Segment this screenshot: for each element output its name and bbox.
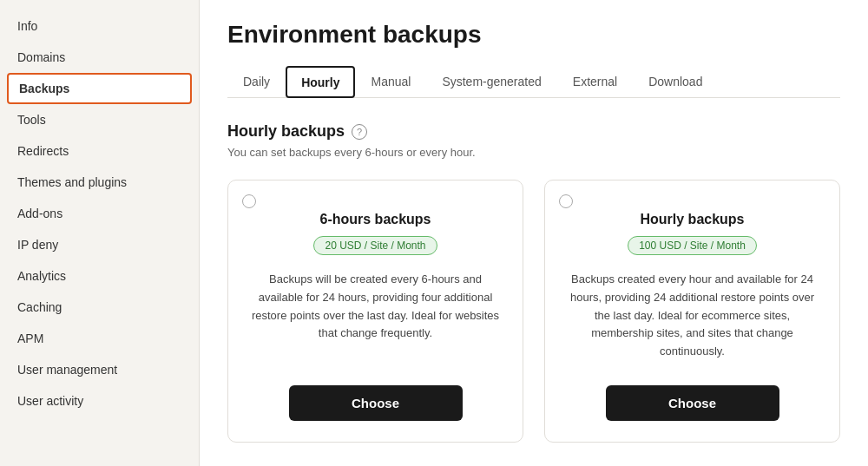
- page-title: Environment backups: [227, 21, 840, 49]
- section-subtitle: You can set backups every 6-hours or eve…: [227, 146, 840, 159]
- card-radio-6hours[interactable]: [242, 194, 256, 208]
- card-title-6hours: 6-hours backups: [319, 212, 431, 227]
- card-radio-hourly[interactable]: [559, 194, 573, 208]
- sidebar-item-domains[interactable]: Domains: [0, 42, 199, 73]
- tab-download[interactable]: Download: [633, 66, 718, 97]
- sidebar-item-redirects[interactable]: Redirects: [0, 135, 199, 167]
- sidebar-item-backups[interactable]: Backups: [7, 73, 192, 104]
- sidebar-item-user-activity[interactable]: User activity: [0, 385, 199, 417]
- card-price-6hours: 20 USD / Site / Month: [313, 236, 437, 255]
- sidebar-item-analytics[interactable]: Analytics: [0, 260, 199, 292]
- tab-manual[interactable]: Manual: [355, 66, 426, 97]
- sidebar-item-caching[interactable]: Caching: [0, 292, 199, 323]
- choose-button-6hours[interactable]: Choose: [289, 385, 463, 421]
- choose-button-hourly[interactable]: Choose: [606, 385, 779, 421]
- section-header: Hourly backups ?: [227, 122, 840, 141]
- sidebar-item-add-ons[interactable]: Add-ons: [0, 198, 199, 229]
- help-icon[interactable]: ?: [352, 124, 367, 140]
- sidebar-item-ip-deny[interactable]: IP deny: [0, 229, 199, 260]
- backup-cards: 6-hours backups20 USD / Site / MonthBack…: [227, 180, 840, 443]
- section-title: Hourly backups: [227, 122, 345, 141]
- card-title-hourly: Hourly backups: [640, 212, 744, 227]
- backup-card-hourly: Hourly backups100 USD / Site / MonthBack…: [544, 180, 840, 443]
- sidebar: InfoDomainsBackupsToolsRedirectsThemes a…: [0, 0, 200, 466]
- sidebar-item-info[interactable]: Info: [0, 10, 199, 42]
- sidebar-item-themes-and-plugins[interactable]: Themes and plugins: [0, 167, 199, 198]
- sidebar-item-apm[interactable]: APM: [0, 323, 199, 354]
- tab-hourly[interactable]: Hourly: [286, 66, 355, 98]
- card-description-hourly: Backups created every hour and available…: [566, 271, 819, 361]
- tab-system-generated[interactable]: System-generated: [426, 66, 556, 97]
- sidebar-item-user-management[interactable]: User management: [0, 354, 199, 385]
- tab-daily[interactable]: Daily: [227, 66, 286, 97]
- backup-card-6hours: 6-hours backups20 USD / Site / MonthBack…: [227, 180, 523, 443]
- tab-bar: DailyHourlyManualSystem-generatedExterna…: [227, 66, 840, 98]
- tab-external[interactable]: External: [557, 66, 633, 97]
- card-price-hourly: 100 USD / Site / Month: [628, 236, 757, 255]
- main-content: Environment backups DailyHourlyManualSys…: [200, 0, 868, 466]
- card-description-6hours: Backups will be created every 6-hours an…: [249, 271, 502, 361]
- sidebar-item-tools[interactable]: Tools: [0, 104, 199, 135]
